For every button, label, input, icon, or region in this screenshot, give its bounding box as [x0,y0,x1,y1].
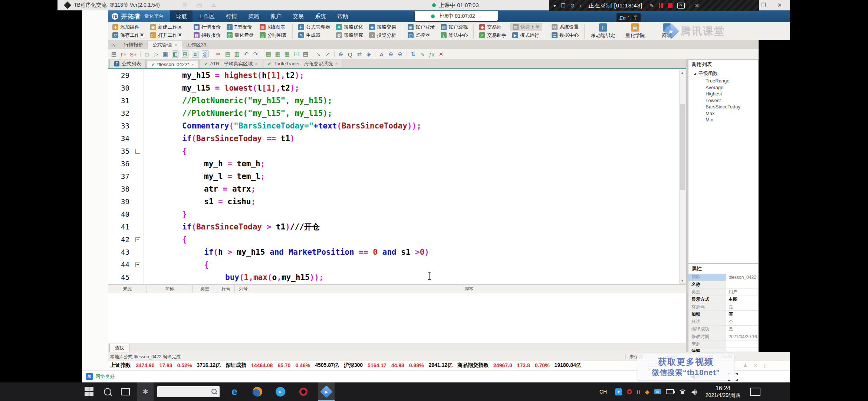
redo-icon[interactable]: ↷ [253,51,259,58]
tree-root-functions[interactable]: ◢ 子级函数 [688,69,758,78]
find-icon[interactable]: ⊕ [338,51,344,58]
eject-icon[interactable]: ⏏ [211,2,216,9]
save-workspace-button[interactable]: ▽保存工作区 [110,32,147,39]
intraday-chart-button[interactable]: ◬分时图表 [257,32,289,39]
call-list-item[interactable]: Average [688,84,758,91]
open-file-icon[interactable]: ▷ [153,51,159,58]
invest-analysis-button[interactable]: ◔投资分析 [367,32,398,39]
col-shortname[interactable]: 简称 [147,285,193,293]
netcard-tray-icon[interactable]: ▤ [654,389,661,394]
mode-run-button[interactable]: ▶模式运行 [510,32,542,39]
recorder-window-icon[interactable]: ❐ [561,3,566,9]
new-strategy-icon[interactable]: S+ [130,51,137,58]
home-icon[interactable]: ⌂ [112,42,115,48]
formula-manager-button[interactable]: F公式管理器 [296,23,332,31]
call-list-item[interactable]: Highest [688,91,758,97]
wifi-icon[interactable] [679,389,686,394]
call-list-item[interactable]: BarsSinceToday [688,104,758,110]
call-list-item[interactable]: Max [688,110,758,117]
speaker-icon[interactable]: ◀)) [691,389,696,395]
workspace-tab-33[interactable]: 工作区33 [182,40,211,49]
prop-row-compiled[interactable]: 编译成功是 [688,326,758,333]
recorder-zoom-icon[interactable]: ⊙ [571,3,575,9]
cut-icon[interactable]: ✂ [216,51,221,58]
col-type[interactable]: 类型 [193,285,217,293]
strategy-trade-button[interactable]: ◈策略交易 [367,23,398,31]
prop-row-readonly[interactable]: 只读否 [688,318,758,326]
class-status-chip[interactable]: 上课中 01:07:02 ⌄ [415,11,498,21]
tree-expand-icon[interactable]: ◢ [694,72,696,75]
save-file-icon[interactable]: ▣ [162,51,168,58]
new-function-icon[interactable]: ƒ+ [120,51,126,58]
build-icon[interactable]: ▦ [284,51,290,58]
ime-language-indicator[interactable]: CH [599,389,607,395]
recorder-dropdown-icon[interactable]: ▾ [553,3,556,9]
menu-account[interactable]: 账户 [265,10,287,22]
generator-button[interactable]: ✎生成器 [296,32,332,39]
search-icon[interactable]: ⊙ [753,362,758,368]
recorder-app-button[interactable]: ✱ [137,382,154,401]
trade-assistant-button[interactable]: ✓交易助手 [477,32,509,39]
list-view-icon[interactable]: ≡ [192,51,198,58]
workspace-tab-quotes[interactable]: 行情报价 [119,40,148,49]
firefox-button[interactable] [249,382,266,401]
algo-center-button[interactable]: ∑算法中心 [438,32,470,39]
new-file-icon[interactable]: □ [144,51,150,58]
prop-row-type[interactable]: 类型用户 [688,288,758,296]
font-icon[interactable]: A [379,51,385,58]
quant-academy-button[interactable]: ▤量化学院 [620,23,650,39]
account-login-button[interactable]: ◉账户登录 [405,23,437,31]
close-recorder-icon[interactable]: ✕ [695,3,699,9]
workspace-tab-formula-manager[interactable]: 公式管理 × [148,40,182,49]
strategy-optimize-button[interactable]: ❖策略优化 [334,23,365,31]
scrollbar-thumb[interactable] [680,104,685,190]
close-tab-icon[interactable]: × [175,43,177,47]
clear-icon[interactable]: ✕ [438,51,444,58]
quant-watch-button[interactable]: ◫量化看盘 [224,32,256,39]
export-icon[interactable]: ↗ [325,51,331,58]
close-tab-icon[interactable]: × [191,62,194,67]
data-center-button[interactable]: ≣数据中心 [549,32,581,39]
draw-pen-icon[interactable]: ✎ [650,3,654,9]
kline-chart-button[interactable]: ▥K线图表 [257,23,289,31]
strategy-research-button[interactable]: ❂策略研究 [334,32,365,39]
t-quote-button[interactable]: TT型报价 [224,23,256,31]
prop-row-has-source[interactable]: 有源码是 [688,303,758,311]
copy-icon[interactable]: ▤ [225,51,231,58]
compile-all-icon[interactable]: ▦ [275,51,281,58]
prop-row-source[interactable]: 来源 [688,340,758,348]
recorder-tray-app-button[interactable] [295,382,312,401]
function-wizard-icon[interactable]: ƒx [429,51,435,58]
index-quote-button[interactable]: ▤指数报价 [191,32,223,39]
fold-marker-icon[interactable] [135,263,140,267]
find-text-icon[interactable]: Q [347,51,353,58]
compile-icon[interactable]: ▦ [266,51,272,58]
pause-recording-button[interactable] [659,3,663,8]
stop-recording-button[interactable] [668,3,673,8]
col-line[interactable]: 行号 [217,285,235,293]
preview-icon[interactable]: ◎ [202,50,208,58]
menu-quotes[interactable]: 行情 [220,10,243,22]
prop-row-shortname[interactable]: 简称ttlesson_0422 [688,274,758,281]
editor-scrollbar[interactable]: ▲ ▼ [679,70,685,284]
menu-workspace[interactable]: 工作区 [193,10,220,22]
taskbar-search-box[interactable] [157,386,220,397]
col-source[interactable]: 来源 [108,285,147,293]
paste-icon[interactable]: ▥ [234,51,240,58]
tab-turtletrader[interactable]: ✔ TurtleTrader - 海龟交易系统 × [263,59,343,68]
export-icon[interactable]: 🖄 [197,2,202,9]
scroll-down-icon[interactable]: ▼ [680,278,685,283]
fold-marker-icon[interactable] [135,237,140,242]
call-list-item[interactable]: Min [688,117,758,123]
system-settings-button[interactable]: ⚙系统设置 [549,23,581,31]
tree-view-icon[interactable]: ⊞ [182,50,188,58]
share-icon[interactable]: 🖺 [182,2,188,9]
start-button[interactable] [85,387,94,397]
menu-list-icon[interactable]: ▤ [111,51,117,58]
prop-row-name[interactable]: 名称 [688,281,758,288]
taskbar-clock[interactable]: 16:24 2021/4/29/周四 [706,385,740,399]
plot-icon[interactable]: ∿ [420,51,425,58]
menu-strategy[interactable]: 策略 [243,10,265,22]
find-in-files-icon[interactable]: ◈ [366,51,372,58]
monitor-button[interactable]: ▢监控器 [405,32,437,39]
